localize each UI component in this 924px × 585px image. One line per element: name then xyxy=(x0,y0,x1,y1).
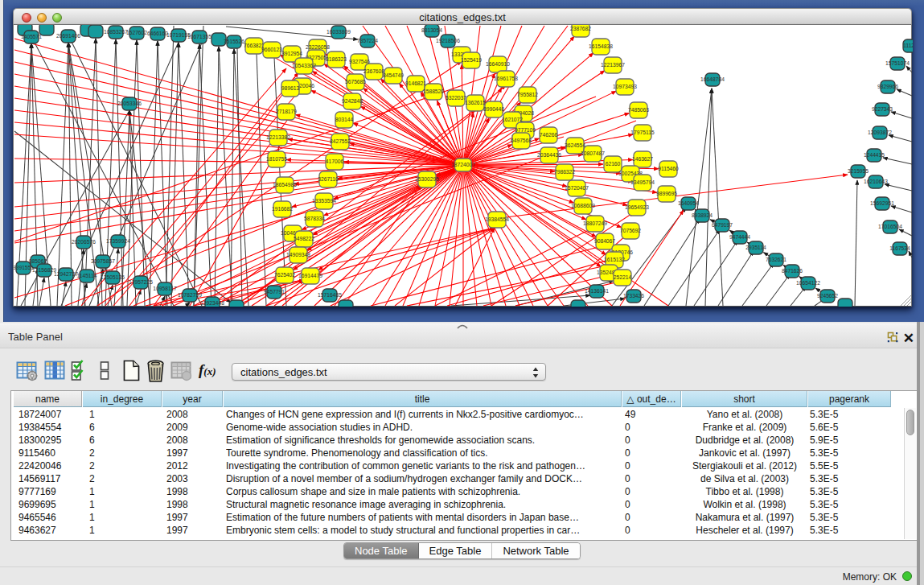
svg-text:1733426: 1733426 xyxy=(623,293,644,299)
svg-text:8471626: 8471626 xyxy=(782,268,803,274)
svg-text:8813054: 8813054 xyxy=(421,27,442,33)
svg-text:9474444: 9474444 xyxy=(729,234,750,240)
svg-text:1810755: 1810755 xyxy=(266,156,287,162)
svg-text:16961758: 16961758 xyxy=(494,76,518,81)
svg-text:1615132: 1615132 xyxy=(604,257,625,262)
svg-text:7632621: 7632621 xyxy=(766,257,786,262)
svg-text:9115460: 9115460 xyxy=(658,166,679,171)
svg-text:746266: 746266 xyxy=(540,132,558,138)
svg-text:6466160: 6466160 xyxy=(147,31,168,36)
svg-text:7515526: 7515526 xyxy=(224,39,244,44)
svg-text:7986322: 7986322 xyxy=(554,169,575,175)
svg-text:16640910: 16640910 xyxy=(486,61,510,67)
svg-text:16154838: 16154838 xyxy=(589,43,613,49)
svg-text:12213382: 12213382 xyxy=(266,134,290,140)
svg-text:16782759: 16782759 xyxy=(178,292,202,298)
svg-text:10543362: 10543362 xyxy=(292,63,316,68)
svg-text:6479197: 6479197 xyxy=(712,222,733,228)
svg-text:19384554: 19384554 xyxy=(485,216,509,222)
svg-text:18807249: 18807249 xyxy=(583,220,607,226)
svg-text:14136141: 14136141 xyxy=(585,288,609,294)
svg-text:12942737: 12942737 xyxy=(54,271,78,277)
svg-text:9777109: 9777109 xyxy=(515,127,536,133)
svg-text:10688609: 10688609 xyxy=(571,203,595,208)
svg-text:15720407: 15720407 xyxy=(565,185,589,191)
svg-text:10671355: 10671355 xyxy=(187,34,211,39)
svg-text:7357224: 7357224 xyxy=(357,38,378,43)
svg-text:10973493: 10973493 xyxy=(613,84,637,89)
svg-text:3912954: 3912954 xyxy=(281,51,302,56)
svg-text:417006: 417006 xyxy=(326,159,344,164)
svg-text:1640954: 1640954 xyxy=(678,200,699,206)
svg-text:3215955: 3215955 xyxy=(848,168,869,174)
svg-text:20053346: 20053346 xyxy=(117,101,142,106)
svg-text:10958117: 10958117 xyxy=(153,286,177,291)
svg-text:5675685: 5675685 xyxy=(345,79,366,84)
svg-text:1167534: 1167534 xyxy=(889,245,910,251)
svg-text:885061: 885061 xyxy=(29,258,47,264)
svg-text:9457791: 9457791 xyxy=(264,289,285,295)
svg-text:9327546: 9327546 xyxy=(349,59,370,64)
svg-text:3267110: 3267110 xyxy=(318,176,339,182)
svg-text:8454749: 8454749 xyxy=(383,72,404,78)
svg-text:6497568: 6497568 xyxy=(511,138,532,143)
svg-text:9146821: 9146821 xyxy=(405,80,426,86)
svg-text:16210643: 16210643 xyxy=(864,179,888,184)
svg-text:1362615: 1362615 xyxy=(465,100,486,105)
svg-text:12505135: 12505135 xyxy=(101,274,125,280)
svg-text:17016504: 17016504 xyxy=(878,224,902,229)
svg-text:9660123: 9660123 xyxy=(261,47,282,52)
svg-text:7955812: 7955812 xyxy=(517,92,538,97)
svg-text:8186323: 8186323 xyxy=(326,56,347,62)
svg-text:25300295: 25300295 xyxy=(415,176,439,182)
svg-text:252214: 252214 xyxy=(614,274,632,280)
svg-text:15751074: 15751074 xyxy=(885,60,910,66)
svg-text:17975115: 17975115 xyxy=(630,130,655,135)
svg-text:1405571: 1405571 xyxy=(21,34,42,39)
svg-text:2935114: 2935114 xyxy=(745,245,766,250)
svg-text:9084067: 9084067 xyxy=(594,238,615,244)
svg-text:13353594: 13353594 xyxy=(312,198,336,204)
svg-text:19218506: 19218506 xyxy=(436,38,460,43)
svg-text:3624554: 3624554 xyxy=(565,142,585,148)
svg-text:15692951: 15692951 xyxy=(870,200,894,206)
svg-text:8938924: 8938924 xyxy=(692,212,713,218)
svg-text:23226058: 23226058 xyxy=(306,44,330,50)
svg-text:9391551: 9391551 xyxy=(14,265,34,270)
svg-text:8990448: 8990448 xyxy=(483,106,504,112)
svg-text:1621072: 1621072 xyxy=(502,117,523,122)
svg-text:9242848: 9242848 xyxy=(342,98,363,104)
svg-text:7625402: 7625402 xyxy=(274,272,295,278)
svg-text:12213967: 12213967 xyxy=(601,62,625,68)
svg-text:2718179: 2718179 xyxy=(276,109,297,114)
svg-text:1145114: 1145114 xyxy=(76,273,97,278)
svg-text:9329966: 9329966 xyxy=(877,84,898,89)
svg-text:1244415: 1244415 xyxy=(864,152,885,158)
svg-text:17957225: 17957225 xyxy=(129,279,153,285)
svg-text:62160: 62160 xyxy=(606,161,621,167)
svg-text:16914479: 16914479 xyxy=(298,273,322,278)
svg-text:20364436: 20364436 xyxy=(537,152,561,158)
svg-text:30975857: 30975857 xyxy=(91,258,115,264)
svg-text:17359924: 17359924 xyxy=(106,238,130,244)
svg-text:1463627: 1463627 xyxy=(632,156,653,162)
svg-text:11125: 11125 xyxy=(903,43,913,48)
svg-text:5878334: 5878334 xyxy=(304,216,325,221)
svg-text:803144: 803144 xyxy=(335,117,354,122)
svg-text:19654923: 19654923 xyxy=(625,204,649,210)
svg-text:1525419: 1525419 xyxy=(461,57,482,63)
svg-text:10853267: 10853267 xyxy=(104,29,128,35)
svg-text:1916682: 1916682 xyxy=(272,206,293,212)
svg-text:2367608: 2367608 xyxy=(363,68,384,74)
svg-text:12923448: 12923448 xyxy=(200,300,224,306)
svg-text:14909348: 14909348 xyxy=(286,252,310,257)
svg-text:2387682: 2387682 xyxy=(570,26,591,31)
svg-text:20691406: 20691406 xyxy=(56,33,80,39)
svg-text:10654122: 10654122 xyxy=(796,280,820,286)
svg-text:15716485: 15716485 xyxy=(318,292,342,298)
svg-text:9245652: 9245652 xyxy=(817,293,838,299)
svg-text:16648784: 16648784 xyxy=(700,76,725,82)
svg-text:16033809: 16033809 xyxy=(326,29,351,35)
svg-text:13495794: 13495794 xyxy=(630,179,655,185)
svg-text:7485063: 7485063 xyxy=(628,107,649,113)
